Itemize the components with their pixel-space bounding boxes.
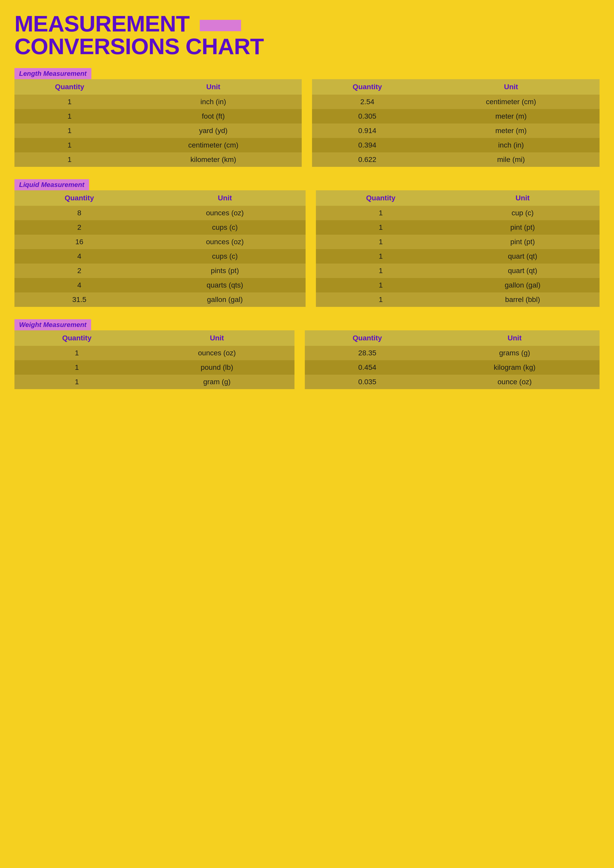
cell-liquid-4-0: 2 [14,264,144,278]
table-row: 4quarts (qts)1gallon (gal) [14,278,600,293]
table-row: 31.5gallon (gal)1barrel (bbl) [14,293,600,307]
cell-liquid-3-0: 4 [14,249,144,264]
col-header-weight-2: Quantity [305,330,429,346]
table-row: 2pints (pt)1quart (qt) [14,264,600,278]
col-header-weight-1: Unit [139,330,294,346]
cell-liquid-0-0: 8 [14,206,144,220]
cell-liquid-6-0: 31.5 [14,293,144,307]
col-divider [294,375,305,389]
cell-liquid-4-3: quart (qt) [446,264,600,278]
cell-liquid-2-0: 16 [14,235,144,249]
col-divider [302,79,312,95]
table-liquid: QuantityUnitQuantityUnit8ounces (oz)1cup… [14,190,600,307]
col-header-liquid-1: Unit [144,190,306,206]
table-row: 2cups (c)1pint (pt) [14,220,600,235]
table-row: 1ounces (oz)28.35grams (g) [14,346,600,360]
cell-liquid-1-0: 2 [14,220,144,235]
col-header-length-2: Quantity [312,79,422,95]
col-header-length-3: Unit [423,79,600,95]
cell-length-4-2: 0.622 [312,152,422,167]
cell-weight-0-0: 1 [14,346,139,360]
cell-length-2-2: 0.914 [312,124,422,138]
cell-liquid-3-2: 1 [316,249,446,264]
cell-weight-1-1: pound (lb) [139,360,294,375]
table-row: 8ounces (oz)1cup (c) [14,206,600,220]
table-weight: QuantityUnitQuantityUnit1ounces (oz)28.3… [14,330,600,389]
table-row: 1kilometer (km)0.622mile (mi) [14,152,600,167]
title-line1: MEASUREMENT [14,11,190,36]
cell-weight-0-2: 28.35 [305,346,429,360]
title-decoration [200,20,241,31]
col-divider [306,235,316,249]
section-label-liquid: Liquid Measurement [14,179,89,190]
section-liquid: Liquid MeasurementQuantityUnitQuantityUn… [14,179,600,307]
cell-liquid-6-2: 1 [316,293,446,307]
cell-length-4-0: 1 [14,152,125,167]
col-divider [294,330,305,346]
cell-length-3-2: 0.394 [312,138,422,152]
table-length: QuantityUnitQuantityUnit1inch (in)2.54ce… [14,79,600,167]
col-divider [306,293,316,307]
col-header-liquid-2: Quantity [316,190,446,206]
cell-liquid-2-1: ounces (oz) [144,235,306,249]
cell-weight-0-1: ounces (oz) [139,346,294,360]
cell-liquid-1-3: pint (pt) [446,220,600,235]
table-row: 16ounces (oz)1pint (pt) [14,235,600,249]
col-divider [294,360,305,375]
col-divider [306,190,316,206]
cell-liquid-6-3: barrel (bbl) [446,293,600,307]
cell-liquid-0-3: cup (c) [446,206,600,220]
table-row: 4cups (c)1quart (qt) [14,249,600,264]
table-row: 1centimeter (cm)0.394inch (in) [14,138,600,152]
table-row: 1inch (in)2.54centimeter (cm) [14,95,600,109]
cell-liquid-0-1: ounces (oz) [144,206,306,220]
table-row: 1yard (yd)0.914meter (m) [14,124,600,138]
cell-liquid-3-1: cups (c) [144,249,306,264]
cell-length-3-0: 1 [14,138,125,152]
cell-liquid-1-2: 1 [316,220,446,235]
cell-length-2-0: 1 [14,124,125,138]
col-divider [306,249,316,264]
cell-weight-1-0: 1 [14,360,139,375]
cell-length-1-3: meter (m) [423,109,600,124]
col-divider [302,152,312,167]
cell-liquid-3-3: quart (qt) [446,249,600,264]
cell-liquid-4-1: pints (pt) [144,264,306,278]
cell-length-0-3: centimeter (cm) [423,95,600,109]
cell-liquid-5-0: 4 [14,278,144,293]
cell-weight-1-3: kilogram (kg) [430,360,600,375]
table-row: 1gram (g)0.035ounce (oz) [14,375,600,389]
col-divider [294,346,305,360]
col-divider [302,138,312,152]
col-divider [306,206,316,220]
cell-length-0-2: 2.54 [312,95,422,109]
table-row: 1pound (lb)0.454kilogram (kg) [14,360,600,375]
cell-liquid-2-3: pint (pt) [446,235,600,249]
cell-liquid-5-1: quarts (qts) [144,278,306,293]
col-divider [306,278,316,293]
cell-liquid-4-2: 1 [316,264,446,278]
cell-liquid-5-2: 1 [316,278,446,293]
cell-weight-2-2: 0.035 [305,375,429,389]
cell-length-1-2: 0.305 [312,109,422,124]
cell-length-1-1: foot (ft) [125,109,302,124]
col-header-length-1: Unit [125,79,302,95]
col-header-weight-0: Quantity [14,330,139,346]
section-weight: Weight MeasurementQuantityUnitQuantityUn… [14,319,600,389]
section-length: Length MeasurementQuantityUnitQuantityUn… [14,68,600,167]
page-title: MEASUREMENT CONVERSIONS CHART [14,12,600,58]
cell-weight-1-2: 0.454 [305,360,429,375]
cell-length-2-1: yard (yd) [125,124,302,138]
cell-length-4-1: kilometer (km) [125,152,302,167]
cell-length-4-3: mile (mi) [423,152,600,167]
col-divider [306,264,316,278]
table-row: 1foot (ft)0.305meter (m) [14,109,600,124]
cell-length-3-1: centimeter (cm) [125,138,302,152]
cell-liquid-1-1: cups (c) [144,220,306,235]
cell-liquid-0-2: 1 [316,206,446,220]
col-header-liquid-3: Unit [446,190,600,206]
cell-length-0-0: 1 [14,95,125,109]
col-divider [306,220,316,235]
cell-liquid-5-3: gallon (gal) [446,278,600,293]
col-divider [302,95,312,109]
